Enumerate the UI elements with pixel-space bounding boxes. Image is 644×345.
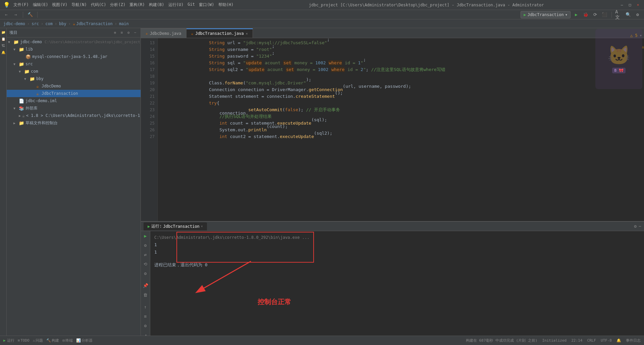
commit-icon[interactable]: 📋 (1, 36, 6, 42)
run-config-chevron: ▾ (565, 12, 568, 17)
search-everywhere-btn[interactable]: 🔍 (625, 11, 632, 18)
annotation-text: 控制台正常 (258, 298, 291, 305)
line-num-24: 24 (141, 113, 155, 120)
tree-com[interactable]: ▼ 📁 com (7, 68, 141, 75)
run-button[interactable]: ▶ (573, 11, 580, 18)
notifications-icon[interactable]: 🔔 (1, 50, 6, 55)
menu-analyze[interactable]: 分析(Z) (110, 2, 125, 8)
tree-jdk[interactable]: ▶ ☕ < 1.8 > C:\Users\Administrator\.jdks… (7, 112, 141, 119)
run-tab-close[interactable]: × (201, 224, 203, 228)
tree-extlibs[interactable]: ▼ 📚 外部库 (7, 105, 141, 112)
menu-view[interactable]: 视图(V) (52, 2, 67, 8)
panel-settings-icon[interactable]: ⚙ (126, 30, 131, 36)
run-step-icon[interactable]: ⇄ (142, 251, 149, 258)
run-config-dropdown[interactable]: ▶ JdbcTransaction ▾ (521, 11, 571, 18)
line-num-23: 23 (141, 107, 155, 113)
run-play-icon[interactable]: ▶ (142, 232, 149, 239)
menu-code[interactable]: 代码(C) (91, 2, 106, 8)
line-num-13: 13 (141, 40, 155, 46)
folder-icon-scratches: 📁 (19, 120, 24, 126)
stop-button[interactable]: ⬛ (601, 11, 608, 18)
statusbar-terminal-btn[interactable]: ⊟ 终端 (62, 338, 73, 343)
run-stop-icon[interactable]: ⚙ (142, 270, 149, 277)
panel-scope-icon[interactable]: ⊕ (112, 30, 118, 36)
run-config-icon: ▶ (524, 12, 526, 17)
toolbar-back[interactable]: ← (3, 11, 10, 18)
app-logo: 💡 (3, 2, 10, 8)
breadcrumb-sep-2: › (41, 21, 43, 26)
run-rerun-icon[interactable]: ⟲ (142, 261, 149, 267)
statusbar-problems-btn[interactable]: ⚠ 问题 (33, 338, 43, 343)
run-filter-icon[interactable]: ≡ (142, 313, 149, 320)
run-trash-icon[interactable]: 🗑 (142, 291, 149, 298)
settings-btn[interactable]: ⚙ (634, 11, 641, 18)
statusbar-build-btn[interactable]: 🔨 构建 (46, 338, 59, 343)
event-log-btn[interactable]: 🔔 (616, 338, 621, 343)
menu-run[interactable]: 运行(U) (168, 2, 184, 8)
menu-navigate[interactable]: 导航(N) (71, 2, 87, 8)
maximize-button[interactable]: □ (627, 2, 633, 8)
run-with-coverage[interactable]: ⟳ (591, 11, 599, 18)
panel-hide-icon[interactable]: − (132, 30, 138, 36)
tree-jdbc-demo[interactable]: ☕ JdbcDemo (7, 82, 141, 90)
tab-close-jdbctrans[interactable]: × (246, 32, 248, 36)
problems-icon: ⚠ (33, 338, 35, 343)
run-pin-icon[interactable]: 📌 (142, 282, 149, 289)
breadcrumb-item-1[interactable]: jdbc-demo (3, 21, 25, 26)
code-content[interactable]: String url = "jdbc:mysql://jdbc?useSSL=f… (158, 38, 639, 221)
menu-build[interactable]: 构建(B) (149, 2, 164, 8)
run-gear-icon[interactable]: ⚙ (142, 322, 149, 329)
breadcrumb-item-5[interactable]: ☕ JdbcTransaction (73, 21, 113, 26)
structure-icon[interactable]: 🏗 (1, 43, 6, 48)
minimize-button[interactable]: — (619, 2, 625, 8)
run-settings-icon[interactable]: ⚙ (142, 242, 149, 249)
tree-scratches[interactable]: ▶ 📁 草稿文件和控制台 (7, 119, 141, 127)
tree-mysql-jar[interactable]: 📦 mysql-connector-java-5.1.48.jar (7, 53, 141, 60)
window-controls[interactable]: — □ × (619, 2, 641, 8)
toolbar-build-btn[interactable]: 🔨 (26, 11, 34, 18)
tree-label-jar: mysql-connector-java-5.1.48.jar (32, 54, 107, 59)
run-output: C:\Users\Administrator\.jdks\corretto-1.… (150, 231, 644, 345)
menu-help[interactable]: 帮助(H) (218, 2, 234, 8)
breadcrumb: jdbc-demo › src › com › bby › ☕ JdbcTran… (0, 19, 644, 28)
menu-file[interactable]: 文件(F) (13, 2, 29, 8)
tree-src[interactable]: ▼ 📁 src (7, 60, 141, 68)
panel-collapse-icon[interactable]: ≡ (119, 30, 124, 36)
breadcrumb-item-6[interactable]: main (119, 21, 129, 26)
editor-area: ☕ JdbcDemo.java ☕ JdbcTransaction.java ×… (141, 28, 644, 345)
code-editor: 13 14 15 16 17 18 19 20 21 22 23 24 25 2… (141, 38, 644, 221)
menu-window[interactable]: 窗口(W) (199, 2, 214, 8)
tree-label-iml: jdbc-demo.iml (25, 98, 57, 103)
tree-arrow-root: ▼ (8, 40, 12, 44)
breadcrumb-item-4[interactable]: bby (59, 21, 66, 26)
line-num-16: 16 (141, 60, 155, 66)
tree-root[interactable]: ▼ 📁 jdbc-demo C:\Users\Administrator\Des… (7, 38, 141, 46)
toolbar-forward[interactable]: → (12, 11, 19, 18)
menu-git[interactable]: Git (187, 2, 195, 8)
project-label: 项目 (9, 30, 17, 36)
event-log-label[interactable]: 事件日志 (626, 338, 641, 343)
close-button[interactable]: × (635, 2, 641, 8)
menu-edit[interactable]: 编辑(E) (33, 2, 48, 8)
menu-refactor[interactable]: 重构(R) (129, 2, 145, 8)
statusbar-profiler-btn[interactable]: 📊 分析器 (76, 338, 93, 343)
translate-btn[interactable]: A文 (615, 11, 623, 18)
tree-lib[interactable]: ▼ 📁 lib (7, 46, 141, 53)
breadcrumb-item-2[interactable]: src (32, 21, 39, 26)
panel-minimize-icon[interactable]: − (639, 224, 641, 229)
panel-settings-icon[interactable]: ⚙ (634, 224, 637, 229)
breadcrumb-item-3[interactable]: com (45, 21, 53, 26)
statusbar-todo-btn[interactable]: ≡ TODO (18, 338, 30, 343)
tab-jdbcdemo[interactable]: ☕ JdbcDemo.java (141, 28, 186, 38)
tree-bby[interactable]: ▼ 📁 bby (7, 75, 141, 82)
run-up-icon[interactable]: ↑ (142, 303, 149, 310)
tab-jdbctransaction[interactable]: ☕ JdbcTransaction.java × (186, 28, 253, 38)
tree-arrow-com: ▼ (19, 70, 23, 73)
debug-button[interactable]: 🐞 (582, 11, 589, 18)
project-icon[interactable]: 📁 (1, 29, 6, 35)
menu-bar[interactable]: 文件(F) 编辑(E) 视图(V) 导航(N) 代码(C) 分析(Z) 重构(R… (13, 2, 233, 8)
statusbar-run-btn[interactable]: ▶ 运行 (3, 338, 14, 343)
tree-iml[interactable]: 📄 jdbc-demo.iml (7, 97, 141, 105)
tree-jdbc-transaction[interactable]: ☕ JdbcTransaction (7, 90, 141, 97)
run-tab[interactable]: ▶ 运行: JdbcTransaction × (144, 222, 207, 230)
